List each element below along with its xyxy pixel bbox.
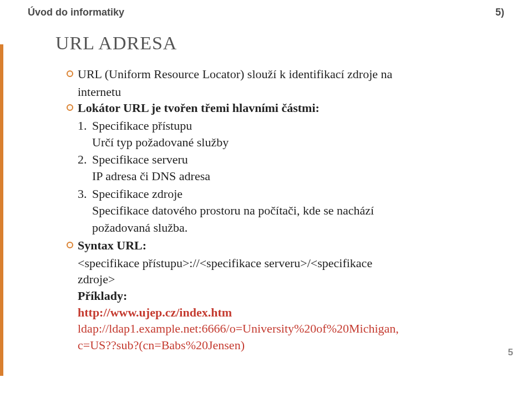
bullet-text: URL (Uniform Resource Locator) slouží k … xyxy=(78,67,392,81)
bullet-item: URL (Uniform Resource Locator) slouží k … xyxy=(67,66,504,83)
bullet-text-cont: internetu xyxy=(67,84,504,100)
list-number: 2. xyxy=(78,151,92,168)
bullet-icon xyxy=(67,70,73,77)
bullet-icon xyxy=(67,104,73,111)
list-detail: požadovaná služba. xyxy=(92,220,504,236)
numbered-list: 1. Specifikace přístupu Určí typ požadov… xyxy=(78,118,504,236)
body-content: URL (Uniform Resource Locator) slouží k … xyxy=(67,66,504,354)
list-title: Specifikace přístupu xyxy=(92,118,504,134)
syntax-label: Syntax URL: xyxy=(78,238,146,252)
bullet-icon xyxy=(67,242,73,248)
bullet-item: Syntax URL: xyxy=(67,237,504,254)
page-number-badge: 5 xyxy=(508,347,513,358)
course-title: Úvod do informatiky xyxy=(28,7,124,18)
list-item: 2. Specifikace serveru xyxy=(78,151,504,168)
list-number: 3. xyxy=(78,186,92,202)
bullet-item: Lokátor URL je tvořen třemi hlavními čás… xyxy=(67,100,504,116)
list-title: Specifikace zdroje xyxy=(92,186,504,202)
list-detail: IP adresa či DNS adresa xyxy=(92,168,504,185)
example-url: ldap://ldap1.example.net:6666/o=Universi… xyxy=(78,320,504,337)
list-detail: Specifikace datového prostoru na počítač… xyxy=(92,202,504,219)
examples-label: Příklady: xyxy=(78,288,504,304)
page-title: URL ADRESA xyxy=(55,33,504,54)
syntax-text: <specifikace přístupu>://<specifikace se… xyxy=(78,255,504,272)
list-item: 1. Specifikace přístupu xyxy=(78,118,504,134)
list-title: Specifikace serveru xyxy=(92,151,504,168)
example-url: c=US??sub?(cn=Babs%20Jensen) xyxy=(78,337,504,354)
list-number: 1. xyxy=(78,118,92,134)
slide-content: Úvod do informatiky 5) URL ADRESA URL (U… xyxy=(0,0,532,370)
bullet-text: Lokátor URL je tvořen třemi hlavními čás… xyxy=(78,101,320,115)
example-url: http://www.ujep.cz/index.htm xyxy=(78,304,504,321)
list-detail: Určí typ požadované služby xyxy=(92,134,504,151)
accent-bar xyxy=(0,44,3,376)
slide-number-top: 5) xyxy=(495,7,504,18)
list-item: 3. Specifikace zdroje xyxy=(78,186,504,202)
slide-header: Úvod do informatiky 5) xyxy=(28,7,504,18)
syntax-text: zdroje> xyxy=(78,271,504,288)
